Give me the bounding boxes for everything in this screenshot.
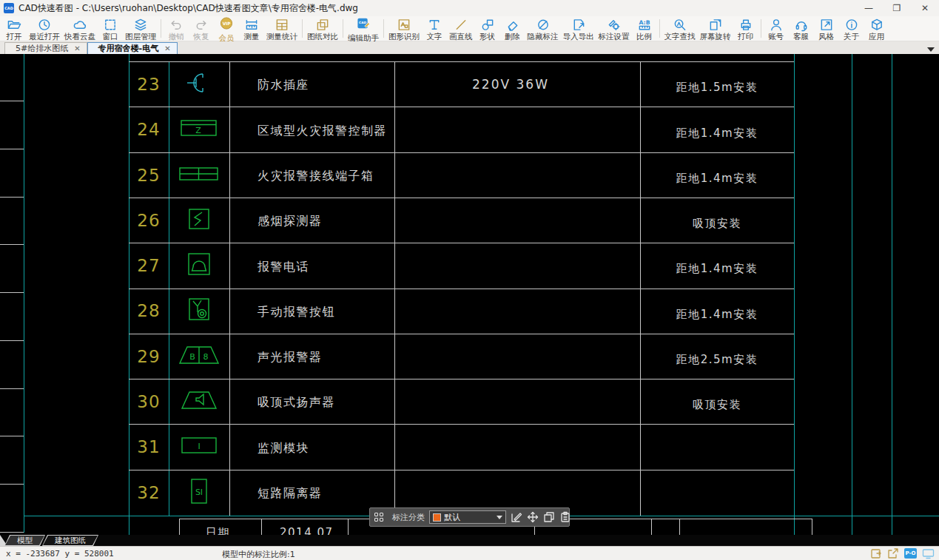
legend-row-number: 25: [137, 166, 160, 185]
ceiling-speaker-symbol: [180, 391, 218, 413]
grid-line: [0, 197, 24, 198]
grid-line: [179, 519, 180, 535]
edit-annotation-button[interactable]: [511, 510, 522, 524]
measure-button[interactable]: 测量: [239, 16, 264, 41]
tab-drawing-plumbing[interactable]: 5#给排水图纸 ✕: [4, 42, 87, 54]
paste-annotation-button[interactable]: [559, 510, 571, 524]
scale-button[interactable]: A:B 比例: [632, 16, 657, 41]
grid-line: [129, 289, 794, 289]
edit-assistant-button[interactable]: CAD 编辑助手: [346, 16, 381, 41]
copy-annotation-button[interactable]: [543, 510, 555, 524]
legend-row-number: 30: [137, 392, 160, 411]
apps-button[interactable]: 应用: [864, 16, 889, 41]
rotate-pages-icon: [707, 18, 724, 32]
annotation-settings-button[interactable]: 标注设置: [596, 16, 632, 41]
legend-install: 距地1.4m安装: [676, 172, 758, 186]
rotate-screen-button[interactable]: 屏幕旋转: [698, 16, 733, 41]
svg-text:A:B: A:B: [639, 18, 650, 25]
undo-icon: [168, 18, 184, 32]
share-icon[interactable]: [887, 547, 899, 559]
tab-drawing-electrical[interactable]: 专用宿舍楼-电气 ✕: [87, 42, 178, 54]
about-button[interactable]: 关于: [839, 16, 864, 41]
folder-open-icon: [6, 18, 22, 32]
drawing-compare-button[interactable]: 图纸对比: [305, 16, 340, 41]
grid-line: [0, 388, 24, 389]
layer-manager-button[interactable]: 图层管理: [123, 16, 158, 41]
account-button[interactable]: 账号: [764, 16, 789, 41]
toolbar-separator: [343, 19, 343, 38]
tab-close-icon[interactable]: ✕: [164, 44, 170, 53]
tab-overflow-icon[interactable]: [927, 47, 935, 52]
annotation-category-grid-icon[interactable]: [374, 513, 383, 522]
grid-line: [348, 519, 349, 535]
legend-row-number: 29: [137, 347, 160, 366]
close-button[interactable]: ✕: [911, 0, 939, 16]
annotation-category-label: 标注分类: [392, 512, 425, 523]
shape-recognition-button[interactable]: 图形识别: [386, 16, 422, 41]
legend-name: 手动报警按钮: [258, 305, 335, 320]
svg-text:I: I: [198, 442, 200, 451]
style-button[interactable]: 风格: [814, 16, 839, 41]
legend-install: 距地1.4m安装: [676, 308, 758, 322]
find-text-button[interactable]: 文字查找: [662, 16, 698, 41]
text-icon: [426, 18, 442, 32]
grid-line: [261, 519, 262, 535]
tab-close-icon[interactable]: ✕: [74, 44, 80, 53]
recognition-icon: [396, 18, 412, 32]
chevron-down-icon: [497, 516, 502, 519]
legend-name: 监测模块: [258, 441, 309, 456]
annotation-category-dropdown[interactable]: 默认: [429, 510, 506, 524]
terminal-box-symbol: [179, 166, 219, 184]
sheet-tab-model[interactable]: 模型: [4, 535, 45, 546]
monitor-icon[interactable]: [922, 547, 935, 559]
grid-line: [0, 484, 24, 485]
grid-line: [651, 519, 652, 535]
move-annotation-button[interactable]: [527, 510, 539, 524]
measure-stats-button[interactable]: 测量统计: [264, 16, 300, 41]
minimize-button[interactable]: —: [855, 0, 883, 16]
grid-line: [852, 54, 852, 535]
support-button[interactable]: 客服: [789, 16, 814, 41]
annotation-toolbar: 标注分类 默认: [369, 507, 570, 527]
cloud-icon: [72, 18, 88, 32]
shapes-button[interactable]: 形状: [475, 16, 500, 41]
legend-install: 吸顶安装: [693, 398, 741, 412]
grid-line: [129, 470, 794, 470]
import-export-button[interactable]: 导入导出: [561, 16, 596, 41]
svg-text:SI: SI: [195, 488, 203, 497]
delete-button[interactable]: 删除: [500, 16, 525, 41]
cloud-drive-button[interactable]: 快看云盘: [62, 16, 98, 41]
grid-line: [0, 244, 24, 245]
svg-text:VIP: VIP: [223, 21, 231, 25]
redo-button[interactable]: 恢复: [189, 16, 214, 41]
waterproof-socket-symbol: [186, 72, 212, 97]
draw-line-button[interactable]: 画直线: [447, 16, 475, 41]
toolbar-separator: [761, 19, 761, 38]
legend-name: 防水插座: [258, 78, 309, 93]
legend-name: 短路隔离器: [258, 486, 323, 502]
app-icon: CAD: [4, 3, 14, 13]
sheet-tab-architecture[interactable]: 建筑图纸: [42, 535, 98, 546]
hide-eye-icon: [535, 18, 551, 32]
selection-window-icon: [102, 18, 118, 32]
window-button[interactable]: 窗口: [98, 16, 123, 41]
edit-assistant-icon: CAD: [355, 16, 371, 33]
window-title: CAD快速看图 - C:\Users\ruohan\Desktop\CAD快速看…: [18, 2, 358, 15]
grid-line: [0, 101, 24, 101]
print-button[interactable]: 打印: [733, 16, 758, 41]
open-button[interactable]: 打开: [1, 16, 27, 41]
vip-member-button[interactable]: VIP 会员: [214, 16, 239, 41]
document-tab-bar: 5#给排水图纸 ✕ 专用宿舍楼-电气 ✕: [0, 41, 939, 54]
drawing-canvas[interactable]: 23 24 25 26 27 28 29 30 31 32 Z B8: [0, 54, 939, 535]
recent-open-button[interactable]: 最近打开: [27, 16, 62, 41]
text-tool-button[interactable]: 文字: [422, 16, 447, 41]
eraser-icon: [505, 18, 521, 32]
legend-name: 感烟探测器: [258, 214, 323, 229]
legend-install: 距地1.5m安装: [676, 81, 758, 95]
undo-button[interactable]: 撤销: [164, 16, 189, 41]
maximize-button[interactable]: ❐: [883, 0, 911, 16]
po-mode-icon[interactable]: P-O: [904, 548, 917, 559]
smoke-detector-symbol: [188, 208, 210, 233]
hide-annotations-button[interactable]: 隐藏标注: [525, 16, 561, 41]
snapshot-icon[interactable]: [870, 547, 882, 559]
